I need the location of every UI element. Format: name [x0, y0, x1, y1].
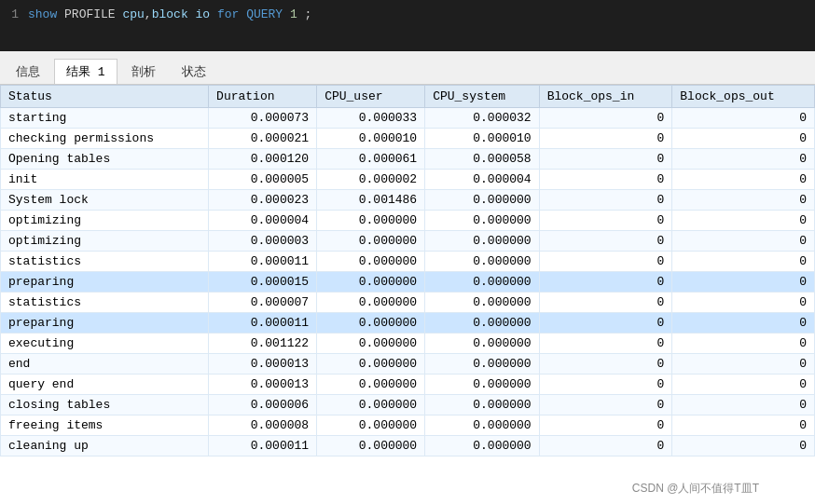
tab-profile[interactable]: 剖析	[119, 59, 168, 84]
code-text: show PROFILE cpu,block io for QUERY 1 ;	[28, 7, 311, 21]
table-row: executing0.0011220.0000000.00000000	[1, 334, 815, 354]
cell-status: end	[1, 354, 209, 375]
cell-status: cleaning up	[1, 436, 209, 456]
table-row: init0.0000050.0000020.00000400	[1, 170, 815, 190]
cell-value: 0.000061	[317, 149, 425, 170]
cell-value: 0.000120	[209, 149, 317, 170]
cell-value: 0.000008	[209, 415, 317, 436]
cell-value: 0	[672, 231, 815, 252]
cell-value: 0.000000	[317, 313, 425, 334]
cell-status: closing tables	[1, 395, 209, 415]
cell-value: 0	[672, 272, 815, 293]
cell-status: preparing	[1, 313, 209, 334]
cell-value: 0.000073	[209, 108, 317, 129]
cell-value: 0	[539, 211, 672, 231]
watermark: CSDN @人间不值得T皿T	[632, 481, 759, 497]
col-block-out: Block_ops_out	[672, 86, 815, 108]
code-line: 1 show PROFILE cpu,block io for QUERY 1 …	[0, 6, 815, 23]
col-cpu-user: CPU_user	[317, 86, 425, 108]
tab-info[interactable]: 信息	[4, 59, 52, 84]
table-row: System lock0.0000230.0014860.00000000	[1, 190, 815, 211]
cell-value: 0.000058	[425, 149, 540, 170]
cell-value: 0.000004	[425, 170, 540, 190]
cell-value: 0	[539, 149, 672, 170]
table-row: checking permissions0.0000210.0000100.00…	[1, 129, 815, 149]
cell-value: 0.000004	[209, 211, 317, 231]
cell-status: System lock	[1, 190, 209, 211]
cell-value: 0.000000	[317, 334, 425, 354]
cell-value: 0.000000	[425, 272, 540, 293]
cell-value: 0.000003	[209, 231, 317, 252]
cell-status: optimizing	[1, 211, 209, 231]
cell-value: 0.000000	[317, 293, 425, 313]
results-table: Status Duration CPU_user CPU_system Bloc…	[0, 85, 815, 456]
cell-status: starting	[1, 108, 209, 129]
cell-value: 0	[672, 293, 815, 313]
cell-value: 0	[672, 415, 815, 436]
cell-value: 0.000015	[209, 272, 317, 293]
table-row: closing tables0.0000060.0000000.00000000	[1, 395, 815, 415]
cell-value: 0.000000	[317, 211, 425, 231]
cell-value: 0.000000	[425, 334, 540, 354]
cell-value: 0	[539, 129, 672, 149]
col-block-in: Block_ops_in	[539, 86, 672, 108]
col-duration: Duration	[209, 86, 317, 108]
table-container: Status Duration CPU_user CPU_system Bloc…	[0, 85, 815, 456]
cell-status: statistics	[1, 293, 209, 313]
cell-value: 0.000032	[425, 108, 540, 129]
cell-value: 0.000000	[425, 190, 540, 211]
cell-value: 0.000000	[425, 293, 540, 313]
cell-status: executing	[1, 334, 209, 354]
tab-status[interactable]: 状态	[170, 59, 218, 84]
cell-value: 0	[539, 293, 672, 313]
cell-value: 0	[539, 108, 672, 129]
cell-value: 0.001122	[209, 334, 317, 354]
cell-value: 0.000000	[317, 272, 425, 293]
cell-value: 0.000000	[317, 252, 425, 272]
cell-value: 0	[539, 395, 672, 415]
cell-value: 0	[672, 170, 815, 190]
cell-status: checking permissions	[1, 129, 209, 149]
cell-status: statistics	[1, 252, 209, 272]
cell-value: 0.000000	[425, 415, 540, 436]
cell-value: 0	[672, 149, 815, 170]
cell-value: 0.000000	[425, 354, 540, 375]
cell-value: 0	[539, 252, 672, 272]
table-row: query end0.0000130.0000000.00000000	[1, 375, 815, 395]
col-cpu-system: CPU_system	[425, 86, 540, 108]
table-row: preparing0.0000150.0000000.00000000	[1, 272, 815, 293]
tab-result1[interactable]: 结果 1	[54, 59, 117, 84]
cell-value: 0	[672, 190, 815, 211]
cell-value: 0.000000	[317, 436, 425, 456]
cell-status: optimizing	[1, 231, 209, 252]
table-row: statistics0.0000110.0000000.00000000	[1, 252, 815, 272]
cell-value: 0	[539, 231, 672, 252]
app-wrapper: 1 show PROFILE cpu,block io for QUERY 1 …	[0, 0, 815, 504]
cell-value: 0.000000	[425, 395, 540, 415]
table-body: starting0.0000730.0000330.00003200checki…	[1, 108, 815, 456]
cell-value: 0.000021	[209, 129, 317, 149]
table-row: freeing items0.0000080.0000000.00000000	[1, 415, 815, 436]
cell-status: freeing items	[1, 415, 209, 436]
cell-value: 0	[539, 375, 672, 395]
cell-value: 0	[672, 436, 815, 456]
cell-value: 0.000010	[317, 129, 425, 149]
cell-value: 0	[672, 252, 815, 272]
table-row: preparing0.0000110.0000000.00000000	[1, 313, 815, 334]
cell-value: 0.000013	[209, 354, 317, 375]
cell-value: 0.000011	[209, 252, 317, 272]
cell-value: 0.000023	[209, 190, 317, 211]
cell-value: 0	[539, 170, 672, 190]
cell-status: Opening tables	[1, 149, 209, 170]
cell-value: 0	[672, 211, 815, 231]
cell-value: 0.000000	[317, 231, 425, 252]
cell-value: 0.000000	[317, 354, 425, 375]
cell-value: 0	[539, 334, 672, 354]
cell-value: 0	[672, 129, 815, 149]
table-row: starting0.0000730.0000330.00003200	[1, 108, 815, 129]
cell-value: 0	[539, 313, 672, 334]
cell-value: 0	[672, 354, 815, 375]
code-editor: 1 show PROFILE cpu,block io for QUERY 1 …	[0, 0, 815, 51]
cell-value: 0.000000	[425, 313, 540, 334]
cell-value: 0	[672, 395, 815, 415]
